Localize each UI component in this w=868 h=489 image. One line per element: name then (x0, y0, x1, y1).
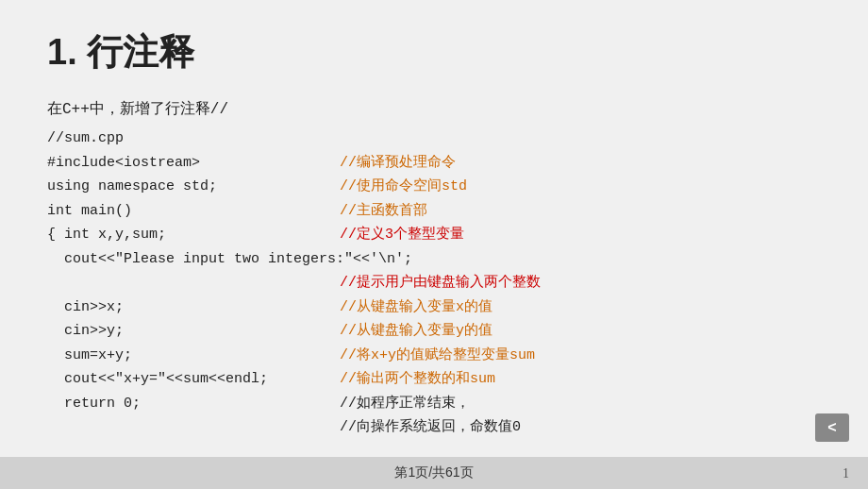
code-row: cout<<"x+y="<<sum<<endl; //输出两个整数的和sum (47, 367, 821, 392)
code-right: //将x+y的值赋给整型变量sum (340, 344, 535, 368)
code-right: //向操作系统返回，命数值0 (340, 415, 521, 440)
code-right: //定义3个整型变量 (340, 223, 464, 247)
code-left: #include<iostream> (47, 151, 340, 176)
page-number: 1 (843, 466, 849, 481)
code-row: //提示用户由键盘输入两个整数 (47, 271, 821, 295)
code-row: #include<iostream> //编译预处理命令 (47, 151, 821, 176)
slide: 1. 行注释 在C++中，新增了行注释// //sum.cpp#include<… (0, 0, 868, 489)
intro-text: 在C++中，新增了行注释// (47, 99, 821, 119)
code-row: cout<<"Please input two integers:"<<'\n'… (47, 247, 821, 272)
code-left: { int x,y,sum; (47, 223, 340, 247)
code-right: //主函数首部 (340, 199, 427, 224)
code-row: cin>>x; //从键盘输入变量x的值 (47, 295, 821, 320)
code-row: //向操作系统返回，命数值0 (47, 415, 821, 440)
code-row: cin>>y; //从键盘输入变量y的值 (47, 319, 821, 344)
bottom-bar: 第1页/共61页 (0, 457, 868, 489)
code-right: //使用命令空间std (340, 175, 467, 199)
page-label: 第1页/共61页 (394, 464, 473, 481)
code-left: //sum.cpp (47, 126, 340, 151)
code-left: return 0; (47, 392, 340, 416)
code-right: //从键盘输入变量y的值 (340, 319, 492, 344)
code-right: //提示用户由键盘输入两个整数 (340, 271, 541, 295)
code-left: cout<<"x+y="<<sum<<endl; (47, 367, 340, 392)
code-block: //sum.cpp#include<iostream> //编译预处理命令usi… (47, 126, 821, 440)
code-row: return 0; //如程序正常结束， (47, 392, 821, 416)
code-right: //编译预处理命令 (340, 151, 456, 176)
code-left: cout<<"Please input two integers:"<<'\n'… (47, 247, 412, 272)
code-right: //如程序正常结束， (340, 392, 470, 416)
nav-prev-button[interactable]: < (815, 413, 849, 442)
code-left: using namespace std; (47, 175, 340, 199)
code-row: int main() //主函数首部 (47, 199, 821, 224)
code-left: sum=x+y; (47, 344, 340, 368)
code-row: using namespace std; //使用命令空间std (47, 175, 821, 199)
code-left: cin>>x; (47, 295, 340, 320)
code-row: { int x,y,sum; //定义3个整型变量 (47, 223, 821, 247)
slide-title: 1. 行注释 (47, 28, 821, 76)
code-left: int main() (47, 199, 340, 224)
code-left: cin>>y; (47, 319, 340, 344)
code-row: sum=x+y; //将x+y的值赋给整型变量sum (47, 344, 821, 368)
code-right: //从键盘输入变量x的值 (340, 295, 492, 320)
code-row: //sum.cpp (47, 126, 821, 151)
code-right: //输出两个整数的和sum (340, 367, 495, 392)
